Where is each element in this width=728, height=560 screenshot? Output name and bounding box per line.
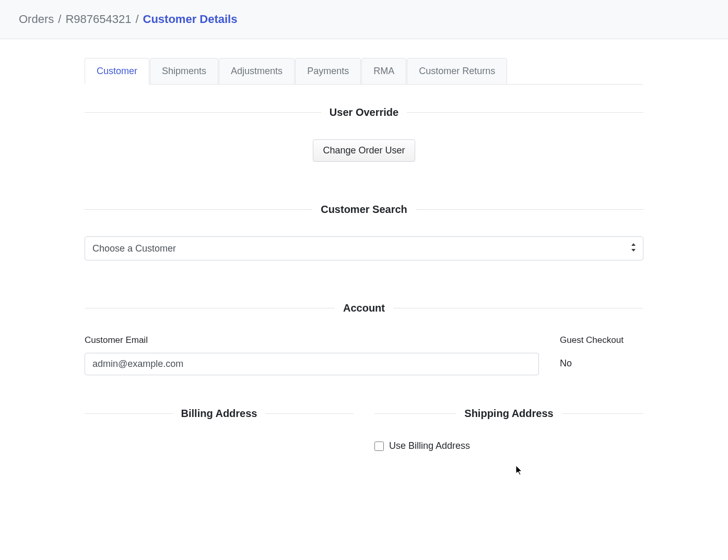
tab-rma[interactable]: RMA <box>361 58 406 85</box>
use-billing-address-label[interactable]: Use Billing Address <box>389 440 470 451</box>
legend-line <box>407 112 643 113</box>
guest-checkout-label: Guest Checkout <box>560 335 643 345</box>
legend-line <box>416 209 643 210</box>
legend-line <box>85 413 173 414</box>
legend-text-account: Account <box>343 302 385 314</box>
legend-customer-search: Customer Search <box>85 204 643 216</box>
use-billing-address-checkbox[interactable] <box>374 442 384 451</box>
guest-checkout-value: No <box>560 353 643 369</box>
legend-user-override: User Override <box>85 106 643 118</box>
address-columns: Billing Address Shipping Address Use Bil… <box>85 408 643 451</box>
section-user-override: User Override Change Order User <box>85 106 643 162</box>
legend-shipping: Shipping Address <box>374 408 643 420</box>
legend-line <box>85 308 335 308</box>
breadcrumb: Orders / R987654321 / Customer Details <box>19 13 709 26</box>
legend-text-shipping: Shipping Address <box>464 408 553 420</box>
tab-adjustments[interactable]: Adjustments <box>219 58 295 85</box>
change-order-user-button[interactable]: Change Order User <box>313 139 415 162</box>
legend-text-customer-search: Customer Search <box>321 204 407 216</box>
legend-text-user-override: User Override <box>330 106 398 118</box>
main-container: Customer Shipments Adjustments Payments … <box>85 39 643 472</box>
nav-tabs: Customer Shipments Adjustments Payments … <box>85 58 643 85</box>
breadcrumb-orders[interactable]: Orders <box>19 13 54 26</box>
tab-payments[interactable]: Payments <box>295 58 361 85</box>
breadcrumb-separator: / <box>135 13 138 26</box>
legend-line <box>393 308 643 308</box>
tab-shipments[interactable]: Shipments <box>150 58 218 85</box>
customer-email-group: Customer Email <box>85 335 539 375</box>
tab-customer-returns[interactable]: Customer Returns <box>407 58 507 85</box>
guest-checkout-group: Guest Checkout No <box>560 335 643 375</box>
breadcrumb-separator: / <box>58 13 61 26</box>
legend-line <box>562 413 643 414</box>
legend-line <box>85 112 321 113</box>
customer-search-select[interactable]: Choose a Customer <box>85 236 643 260</box>
legend-text-billing: Billing Address <box>181 408 257 420</box>
section-account: Account Customer Email Guest Checkout No <box>85 302 643 375</box>
legend-account: Account <box>85 302 643 314</box>
section-customer-search: Customer Search Choose a Customer <box>85 204 643 260</box>
legend-billing: Billing Address <box>85 408 354 420</box>
legend-line <box>374 413 456 414</box>
customer-email-input[interactable] <box>85 353 539 375</box>
breadcrumb-order-id[interactable]: R987654321 <box>65 13 131 26</box>
legend-line <box>265 413 354 414</box>
legend-line <box>85 209 312 210</box>
breadcrumb-current: Customer Details <box>143 13 238 26</box>
customer-email-label: Customer Email <box>85 335 539 345</box>
tab-customer[interactable]: Customer <box>85 58 149 85</box>
section-shipping-address: Shipping Address Use Billing Address <box>374 408 643 451</box>
section-billing-address: Billing Address <box>85 408 354 451</box>
header-bar: Orders / R987654321 / Customer Details <box>0 0 728 39</box>
